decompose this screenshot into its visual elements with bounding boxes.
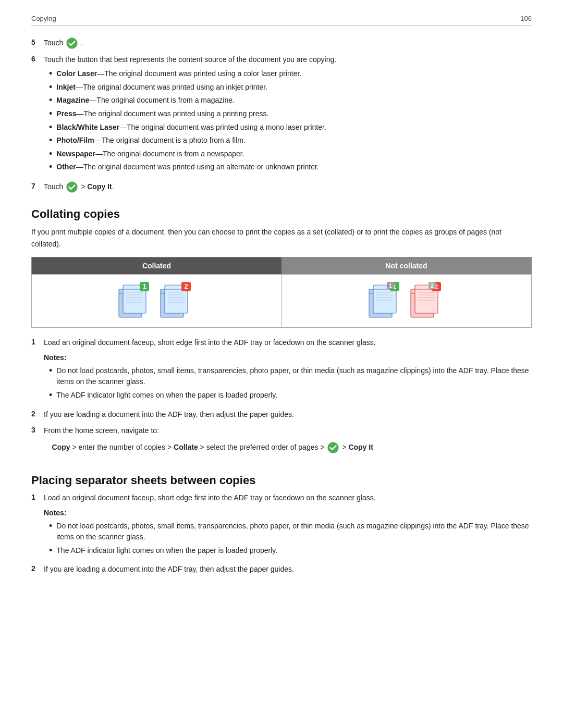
- collating-step-3-text: From the home screen, navigate to:: [44, 426, 159, 435]
- list-item: Inkjet—The original document was printed…: [49, 82, 532, 93]
- page-header: Copying 106: [31, 15, 532, 26]
- step-6: 6 Touch the button that best represents …: [31, 54, 532, 176]
- collating-step-2-content: If you are loading a document into the A…: [44, 409, 532, 420]
- not-collated-image-cell: 1 1: [282, 275, 532, 328]
- separator-step-2-num: 2: [31, 564, 44, 573]
- step-6-content: Touch the button that best represents th…: [44, 54, 532, 176]
- collating-step-2-num: 2: [31, 409, 44, 418]
- separator-step-1-content: Load an original document faceup, short …: [44, 492, 532, 559]
- svg-text:1: 1: [143, 282, 146, 290]
- section-collating-intro: If you print multiple copies of a docume…: [31, 226, 532, 250]
- separator-notes: Do not load postcards, photos, small ite…: [49, 521, 532, 557]
- svg-text:2: 2: [431, 283, 434, 289]
- collating-step-3-content: From the home screen, navigate to: Copy …: [44, 425, 532, 459]
- step-5-text: Touch: [44, 39, 63, 47]
- not-collated-diagram: 1 1: [365, 282, 448, 318]
- list-item: The ADF indicator light comes on when th…: [49, 390, 532, 401]
- notes-label-1: Notes:: [44, 352, 532, 363]
- step-7-text-pre: Touch: [44, 182, 63, 191]
- step-7: 7 Touch > Copy It.: [31, 181, 532, 193]
- checkmark-icon: [66, 38, 78, 49]
- step-7-content: Touch > Copy It.: [44, 181, 532, 193]
- collated-diagram: 1: [115, 282, 198, 318]
- header-section: Copying: [31, 15, 56, 22]
- collated-image-cell: 1: [32, 275, 282, 328]
- list-item: Press—The original document was printed …: [49, 108, 532, 120]
- checkmark-icon-nav: [327, 442, 339, 453]
- collated-header: Collated: [32, 257, 282, 275]
- section-separator-title: Placing separator sheets between copies: [31, 474, 532, 487]
- separator-step-1-num: 1: [31, 492, 44, 501]
- collating-table: Collated Not collated: [31, 257, 532, 328]
- step-6-bullets: Color Laser—The original document was pr…: [49, 68, 532, 173]
- collating-step-3: 3 From the home screen, navigate to: Cop…: [31, 425, 532, 459]
- nav-path: Copy > enter the number of copies > Coll…: [44, 441, 532, 454]
- svg-point-0: [67, 38, 77, 48]
- list-item: Do not load postcards, photos, small ite…: [49, 365, 532, 387]
- nav-part3: >: [342, 443, 348, 451]
- svg-text:2: 2: [185, 282, 188, 290]
- collating-step-2: 2 If you are loading a document into the…: [31, 409, 532, 420]
- nav-copy-it: Copy It: [348, 443, 373, 451]
- checkmark-icon-2: [66, 181, 78, 193]
- svg-text:1: 1: [389, 283, 392, 289]
- collating-step-1-content: Load an original document faceup, short …: [44, 337, 532, 404]
- nav-copy: Copy: [52, 443, 70, 451]
- step-5-period: .: [81, 39, 83, 47]
- collating-step-1-text: Load an original document faceup, short …: [44, 338, 376, 347]
- section-collating-title: Collating copies: [31, 207, 532, 221]
- step-7-num: 7: [31, 181, 44, 190]
- step-5-num: 5: [31, 38, 44, 46]
- nav-collate: Collate: [174, 443, 198, 451]
- collating-step-1: 1 Load an original document faceup, shor…: [31, 337, 532, 404]
- nav-part1: > enter the number of copies >: [70, 443, 174, 451]
- list-item: Magazine—The original document is from a…: [49, 95, 532, 106]
- list-item: The ADF indicator light comes on when th…: [49, 545, 532, 557]
- nav-part2: > select the preferred order of pages >: [198, 443, 327, 451]
- svg-point-1: [67, 182, 77, 192]
- page: Copying 106 5 Touch . 6 Touch the button…: [0, 0, 563, 728]
- separator-step-2: 2 If you are loading a document into the…: [31, 564, 532, 575]
- step-6-text: Touch the button that best represents th…: [44, 55, 336, 64]
- collating-step-1-num: 1: [31, 337, 44, 346]
- collating-notes-1: Do not load postcards, photos, small ite…: [49, 365, 532, 401]
- notes-label-2: Notes:: [44, 508, 532, 519]
- list-item: Other—The original document was printed …: [49, 162, 532, 173]
- separator-step-1-text: Load an original document faceup, short …: [44, 493, 376, 502]
- header-page-num: 106: [520, 15, 532, 22]
- not-collated-header: Not collated: [282, 257, 532, 275]
- step-5-content: Touch .: [44, 38, 532, 49]
- separator-step-1: 1 Load an original document faceup, shor…: [31, 492, 532, 559]
- step-7-text-post: > Copy It.: [81, 182, 114, 191]
- step-6-num: 6: [31, 54, 44, 63]
- list-item: Color Laser—The original document was pr…: [49, 68, 532, 80]
- list-item: Newspaper—The original document is from …: [49, 149, 532, 160]
- step-5: 5 Touch .: [31, 38, 532, 49]
- svg-point-66: [328, 442, 338, 453]
- collating-step-3-num: 3: [31, 425, 44, 434]
- list-item: Black/White Laser—The original document …: [49, 122, 532, 133]
- separator-step-2-content: If you are loading a document into the A…: [44, 564, 532, 575]
- list-item: Do not load postcards, photos, small ite…: [49, 521, 532, 542]
- list-item: Photo/Film—The original document is a ph…: [49, 135, 532, 146]
